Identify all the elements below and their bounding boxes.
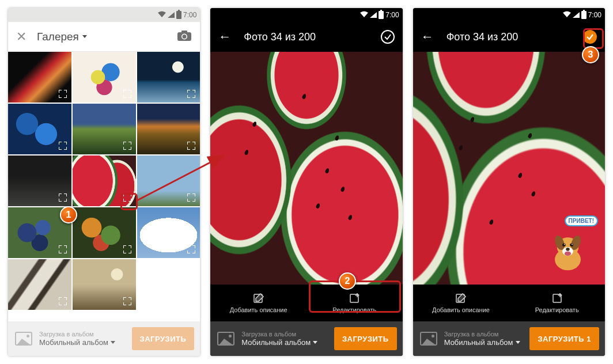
- gallery-thumb-fruits-mix[interactable]: [73, 207, 136, 258]
- gallery-thumb-abstract-lines[interactable]: [8, 259, 71, 310]
- signal-icon: [168, 12, 175, 18]
- fullscreen-icon[interactable]: [186, 140, 197, 151]
- album-selector[interactable]: Загрузка в альбом Мобильный альбом: [241, 331, 334, 347]
- status-bar: 7:00: [210, 8, 402, 22]
- signal-icon: [370, 12, 377, 18]
- add-description-button[interactable]: Добавить описание: [413, 285, 509, 321]
- chevron-down-icon: [516, 341, 520, 344]
- gallery-thumb-rain-dark[interactable]: [8, 156, 71, 206]
- annotation-marker-2: 2: [339, 272, 356, 290]
- photo-counter: Фото 34 из 200: [244, 31, 380, 43]
- back-icon[interactable]: ←: [218, 29, 231, 44]
- gallery-thumb-sunset-field[interactable]: [137, 104, 200, 154]
- photo-counter: Фото 34 из 200: [446, 31, 583, 43]
- fullscreen-icon[interactable]: [122, 140, 133, 151]
- upload-button[interactable]: ЗАГРУЗИТЬ: [334, 327, 397, 350]
- gallery-grid: [8, 52, 200, 321]
- gallery-dropdown[interactable]: Галерея: [37, 31, 177, 43]
- status-time: 7:00: [588, 11, 601, 19]
- add-description-button[interactable]: Добавить описание: [210, 285, 306, 321]
- picture-icon: [216, 329, 236, 348]
- sticker-dog[interactable]: ПРИВЕТ!: [542, 215, 599, 273]
- chevron-down-icon: [313, 341, 317, 344]
- album-name: Мобильный альбом: [241, 338, 334, 347]
- camera-icon[interactable]: [177, 30, 192, 44]
- edit-button[interactable]: Редактировать: [509, 285, 605, 321]
- signal-icon: [573, 12, 580, 18]
- photo-viewport[interactable]: [210, 52, 402, 285]
- chevron-down-icon: [111, 341, 115, 344]
- album-name: Мобильный альбом: [444, 338, 530, 347]
- gallery-thumb-splash-colors[interactable]: [73, 52, 136, 103]
- upload-bar: Загрузка в альбом Мобильный альбом ЗАГРУ…: [413, 321, 605, 356]
- fullscreen-icon[interactable]: [57, 88, 69, 100]
- fullscreen-icon[interactable]: [186, 192, 197, 203]
- photo-actions: Добавить описание Редактировать: [413, 285, 605, 321]
- annotation-highlight-3: [583, 28, 604, 49]
- fullscreen-icon[interactable]: [122, 244, 133, 255]
- back-icon[interactable]: ←: [421, 29, 434, 44]
- fullscreen-icon[interactable]: [122, 295, 133, 307]
- fullscreen-icon[interactable]: [57, 295, 69, 307]
- photo-header: ← Фото 34 из 200: [210, 22, 402, 52]
- gallery-thumb-smoke-red[interactable]: [8, 52, 71, 103]
- album-selector[interactable]: Загрузка в альбом Мобильный альбом: [444, 331, 530, 347]
- battery-icon: [581, 11, 586, 19]
- fullscreen-icon[interactable]: [57, 140, 69, 151]
- fullscreen-icon[interactable]: [122, 88, 133, 100]
- annotation-marker-3: 3: [582, 46, 599, 63]
- album-name: Мобильный альбом: [39, 338, 132, 347]
- gallery-thumb-moon-clouds[interactable]: [137, 52, 200, 103]
- close-icon[interactable]: ✕: [16, 29, 27, 44]
- svg-point-15: [570, 243, 573, 247]
- photo-header: ← Фото 34 из 200: [413, 22, 605, 52]
- photo-viewport[interactable]: ПРИВЕТ!: [413, 52, 605, 285]
- chevron-down-icon: [82, 35, 87, 38]
- wifi-icon: [158, 11, 166, 19]
- gallery-thumb-tree-sky[interactable]: [137, 156, 200, 206]
- fullscreen-icon[interactable]: [186, 88, 197, 100]
- upload-bar: Загрузка в альбом Мобильный альбом ЗАГРУ…: [8, 321, 200, 356]
- upload-label: Загрузка в альбом: [39, 331, 132, 338]
- battery-icon: [379, 11, 384, 19]
- fullscreen-icon[interactable]: [186, 244, 197, 255]
- gallery-header: ✕ Галерея: [8, 22, 200, 52]
- select-toggle[interactable]: [381, 30, 395, 44]
- svg-point-13: [566, 248, 570, 251]
- upload-button[interactable]: ЗАГРУЗИТЬ: [132, 327, 195, 350]
- fullscreen-icon[interactable]: [57, 244, 69, 255]
- gallery-thumb-bokeh-field[interactable]: [73, 259, 136, 310]
- gallery-thumb-blue-coral[interactable]: [8, 104, 71, 154]
- svg-point-3: [183, 35, 187, 39]
- album-selector[interactable]: Загрузка в альбом Мобильный альбом: [39, 331, 132, 347]
- status-time: 7:00: [183, 11, 196, 19]
- wifi-icon: [360, 11, 368, 19]
- gallery-thumb-clouds-white[interactable]: [137, 207, 200, 258]
- gallery-thumb-empty[interactable]: [137, 259, 200, 310]
- screen-gallery: 7:00 ✕ Галерея Загрузка в альбом Мобильн…: [8, 8, 200, 356]
- photo-content: [210, 52, 402, 285]
- svg-point-14: [562, 243, 566, 247]
- wifi-icon: [563, 11, 571, 19]
- picture-icon: [419, 329, 438, 348]
- svg-point-18: [565, 252, 571, 256]
- annotation-highlight-1: [120, 193, 138, 210]
- svg-rect-1: [181, 31, 187, 33]
- upload-bar: Загрузка в альбом Мобильный альбом ЗАГРУ…: [210, 321, 402, 356]
- screen-photo-edited: 7:00 ← Фото 34 из 200 ПРИВЕТ!: [413, 8, 605, 356]
- fullscreen-icon[interactable]: [57, 192, 69, 203]
- sticker-text: ПРИВЕТ!: [565, 215, 598, 226]
- svg-point-16: [564, 244, 565, 245]
- status-bar: 7:00: [8, 8, 200, 22]
- upload-button[interactable]: ЗАГРУЗИТЬ 1: [529, 327, 599, 350]
- upload-label: Загрузка в альбом: [241, 331, 334, 338]
- svg-point-17: [572, 244, 573, 245]
- upload-label: Загрузка в альбом: [444, 331, 530, 338]
- status-time: 7:00: [385, 11, 399, 19]
- gallery-title-text: Галерея: [37, 31, 79, 43]
- annotation-marker-1: 1: [60, 206, 77, 223]
- gallery-thumb-rainbow-field[interactable]: [73, 104, 136, 154]
- status-bar: 7:00: [413, 8, 605, 22]
- battery-icon: [176, 11, 181, 19]
- picture-icon: [14, 329, 33, 348]
